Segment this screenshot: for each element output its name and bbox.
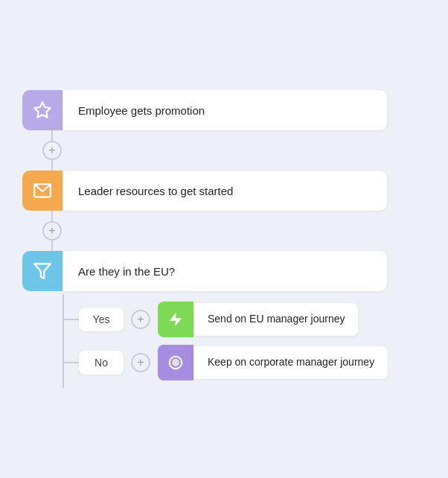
branch-yes-card: Send on EU manager journey <box>193 303 358 336</box>
branch-yes-row: Yes + Send on EU manager journey <box>64 302 388 337</box>
flow-item-2[interactable]: Leader resources to get started <box>22 171 387 211</box>
step2-card: Leader resources to get started <box>63 171 387 211</box>
bolt-icon <box>167 311 184 328</box>
step-row-1: Employee gets promotion <box>22 90 426 130</box>
add-step-2[interactable]: + <box>42 221 62 240</box>
branch-no-icon-box <box>158 345 193 380</box>
flow-container: Employee gets promotion + Leader resourc… <box>0 75 448 403</box>
add-step-1[interactable]: + <box>42 141 62 160</box>
v-line-1b <box>51 160 53 171</box>
filter-icon <box>33 261 52 281</box>
branch-no-row: No + Keep on corporate ma <box>64 345 388 380</box>
branch-yes-item[interactable]: Send on EU manager journey <box>158 302 358 337</box>
step2-icon-box <box>22 171 63 211</box>
branch-items: Yes + Send on EU manager journey <box>64 294 388 388</box>
svg-point-6 <box>175 362 176 363</box>
connector-2: + <box>42 211 62 251</box>
branch-yes-label: Yes <box>79 307 124 331</box>
step3-card: Are they in the EU? <box>63 251 387 291</box>
svg-marker-3 <box>170 313 182 326</box>
step1-card: Employee gets promotion <box>63 90 387 130</box>
v-line-2b <box>51 240 53 251</box>
step-row-2: Leader resources to get started <box>22 171 426 211</box>
star-icon <box>33 101 52 120</box>
flow-item-1[interactable]: Employee gets promotion <box>22 90 387 130</box>
step-row-3: Are they in the EU? <box>22 251 426 291</box>
add-branch-yes[interactable]: + <box>131 310 150 329</box>
step2-label: Leader resources to get started <box>78 185 233 197</box>
step3-label: Are they in the EU? <box>78 265 175 278</box>
add-branch-no[interactable]: + <box>131 353 150 372</box>
step1-label: Employee gets promotion <box>78 104 205 117</box>
step1-icon-box <box>22 90 63 130</box>
v-line-1 <box>51 130 53 141</box>
mail-icon <box>33 181 52 200</box>
branch-h-line-yes <box>64 319 79 320</box>
flow-item-3[interactable]: Are they in the EU? <box>22 251 387 291</box>
target-icon <box>167 354 184 371</box>
branch-no-card: Keep on corporate manager journey <box>193 346 388 379</box>
step3-icon-box <box>22 251 63 291</box>
branch-h-line-no <box>64 362 79 363</box>
svg-marker-2 <box>34 264 51 278</box>
branch-yes-icon-box <box>158 302 193 337</box>
connector-1: + <box>42 130 62 171</box>
v-line-2 <box>51 211 53 221</box>
svg-marker-0 <box>34 102 51 118</box>
branch-no-label: No <box>79 351 124 375</box>
branch-section: Yes + Send on EU manager journey <box>63 294 388 388</box>
branch-no-item[interactable]: Keep on corporate manager journey <box>158 345 388 380</box>
